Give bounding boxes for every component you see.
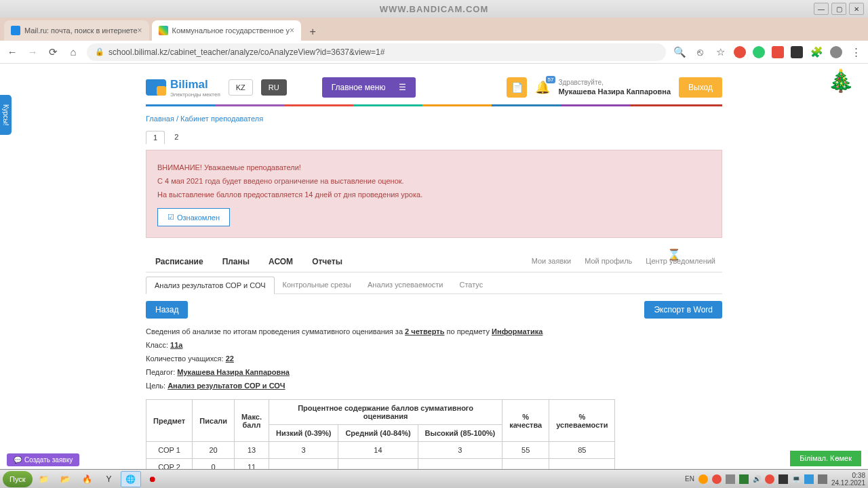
reload-icon[interactable]: ⟳	[46, 45, 60, 59]
tab-title: Коммунальное государственное у	[172, 26, 290, 35]
lock-icon: 🔒	[95, 47, 104, 56]
forward-icon[interactable]: →	[26, 45, 39, 59]
browser-tab[interactable]: Mail.ru: почта, поиск в интернете ×	[4, 20, 149, 41]
favicon-icon	[11, 26, 20, 35]
browser-tabbar: Mail.ru: почта, поиск в интернете × Комм…	[0, 18, 868, 41]
close-icon[interactable]: ×	[138, 26, 142, 35]
share-icon[interactable]: ⎋	[693, 45, 707, 59]
close-button[interactable]: ✕	[849, 3, 864, 15]
address-bar: ← → ⟳ ⌂ 🔒 school.bilimal.kz/cabinet_teac…	[0, 41, 868, 64]
ext-icon[interactable]	[734, 46, 746, 58]
window-titlebar: WWW.BANDICAM.COM — ▢ ✕	[0, 0, 868, 18]
url-text: school.bilimal.kz/cabinet_teacher/analyz…	[108, 47, 384, 57]
search-icon[interactable]: 🔍	[673, 45, 686, 59]
watermark: WWW.BANDICAM.COM	[380, 4, 488, 14]
extension-icons: 🔍 ⎋ ☆ 🧩 ⋮	[673, 45, 863, 59]
browser-tab-active[interactable]: Коммунальное государственное у ×	[152, 20, 302, 41]
home-icon[interactable]: ⌂	[66, 45, 80, 59]
ext-icon[interactable]	[772, 46, 784, 58]
ext-icon[interactable]	[753, 46, 765, 58]
close-icon[interactable]: ×	[290, 26, 294, 35]
new-tab-button[interactable]: +	[304, 23, 321, 41]
back-icon[interactable]: ←	[5, 45, 19, 59]
url-input[interactable]: 🔒 school.bilimal.kz/cabinet_teacher/anal…	[87, 43, 666, 61]
ext-icon[interactable]	[791, 46, 803, 58]
favicon-icon	[159, 26, 168, 35]
tab-title: Mail.ru: почта, поиск в интернете	[24, 26, 138, 35]
avatar-icon[interactable]	[830, 46, 842, 58]
menu-icon[interactable]: ⋮	[849, 45, 863, 59]
puzzle-icon[interactable]: 🧩	[810, 45, 823, 59]
star-icon[interactable]: ☆	[713, 45, 727, 59]
maximize-button[interactable]: ▢	[831, 3, 846, 15]
minimize-button[interactable]: —	[814, 3, 829, 15]
